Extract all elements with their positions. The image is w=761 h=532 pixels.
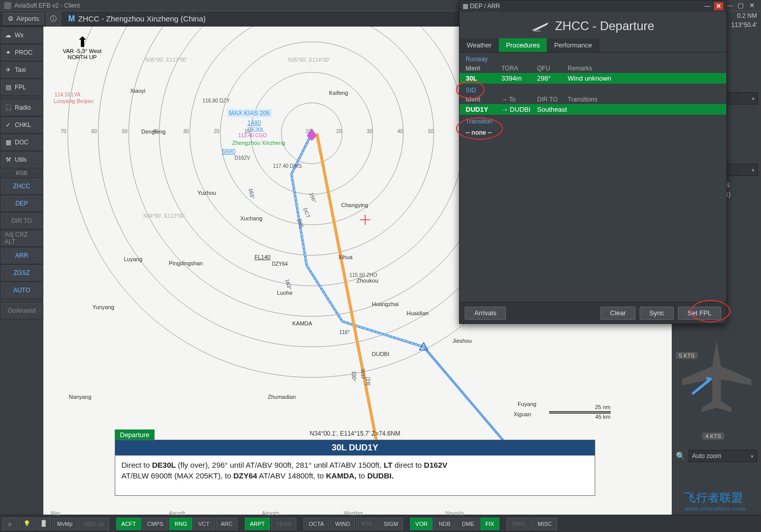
sid-dirto: Southeast (537, 106, 568, 113)
sidebar-zgsz[interactable]: ZGSZ (0, 264, 43, 282)
north-arrow-icon: ⬆ (63, 37, 102, 48)
group-navaids-label: Navaids (446, 511, 464, 516)
sidebar-radio[interactable]: 🎧Radio (0, 99, 43, 116)
sidebar-chkl[interactable]: ✓CHKL (0, 116, 43, 134)
sidebar-dirto[interactable]: DIR TO (0, 212, 43, 230)
arc-button[interactable]: ARC (216, 518, 238, 530)
modal-header-text: ZHCC - Departure (555, 19, 654, 33)
brightness-icon: ☼ (7, 521, 12, 527)
sidebar-doc[interactable]: ▦DOC (0, 134, 43, 151)
alt-6890: 6890 (222, 148, 236, 155)
autozoom-dropdown[interactable]: Auto zoom (689, 450, 757, 462)
alt-1480: 1480 (247, 119, 261, 126)
place-pingdingshan: Pingdingshan (169, 260, 203, 266)
runway-row[interactable]: 30L 3394m 298° Wind unknown (460, 73, 726, 84)
sidebar-utils[interactable]: ⚒Utils (0, 151, 43, 168)
range-ring-label: 40 (397, 129, 403, 134)
arrivals-button[interactable]: Arrivals (465, 307, 506, 320)
range-ring-label: 50 (122, 129, 128, 134)
vct-button[interactable]: VCT (193, 518, 215, 530)
chevron-down-icon (752, 95, 754, 102)
tab-procedures[interactable]: Procedures (499, 38, 547, 52)
sidebar-taxi[interactable]: ✈Taxi (0, 61, 43, 79)
scale-nm: 25 nm (549, 404, 611, 410)
info-button[interactable]: ⓘ (46, 12, 61, 26)
rng-button[interactable]: RNG (169, 518, 192, 530)
radio-icon: 🎧 (5, 104, 12, 111)
layers-button[interactable]: ▉ (37, 518, 51, 530)
misc-button[interactable]: MISC (532, 518, 557, 530)
departure-tag[interactable]: Departure (115, 429, 155, 440)
dzy-label: 116.80 DZY (202, 98, 230, 104)
sidebar-adjcrz[interactable]: Adj CRZ ALT (0, 230, 43, 247)
layers-icon: ▉ (42, 520, 46, 527)
left-sidebar: ☁Wx ✦PROC ✈Taxi ▤FPL 🎧Radio ✓CHKL ▦DOC ⚒… (0, 27, 43, 515)
wind-diagram: 5 KTS 4 KTS (672, 332, 761, 444)
svg-point-4 (159, 27, 464, 286)
place-jieshou: Jieshou (452, 338, 472, 344)
sidebar-auto[interactable]: AUTO (0, 282, 43, 299)
runway-section-label: Runway (466, 56, 488, 63)
mvmp-button[interactable]: MvMp (52, 518, 78, 530)
sidebar-goaround[interactable]: GoAround (0, 302, 43, 319)
modal-header: ZHCC - Departure (460, 12, 726, 38)
airports-button[interactable]: ⚙ Airports (3, 13, 44, 24)
sigm-button[interactable]: SIGM (378, 518, 403, 530)
infocard-header: 30L DUD1Y (115, 440, 595, 455)
place-huangzhai: Huangzhai (372, 301, 399, 307)
arpt-button[interactable]: ARPT (245, 518, 270, 530)
runway-qfu: 298° (537, 74, 568, 82)
wind-button[interactable]: WIND (330, 518, 355, 530)
rte-button[interactable]: RTE (356, 518, 377, 530)
trfc-button[interactable]: TRFC (506, 518, 531, 530)
brightness-button[interactable]: ☼ (2, 518, 17, 530)
range-ring-label: 50 (428, 129, 434, 134)
place-changying: Changying (341, 202, 368, 208)
place-yunyang: Yunyang (92, 304, 114, 310)
runway-tora: 3394m (501, 74, 537, 82)
dme-button[interactable]: DME (456, 518, 479, 530)
terr-button[interactable]: TERR (271, 518, 296, 530)
clear-button[interactable]: Clear (600, 307, 636, 320)
range-ring-label: 60 (91, 129, 97, 134)
hdgup-button[interactable]: HDG up (79, 518, 109, 530)
sync-button[interactable]: Sync (640, 307, 674, 320)
window-close[interactable]: ✕ (747, 2, 757, 10)
sid-to: → DUDBI (501, 106, 537, 113)
grid-coord-3: N34°00', E113°00' (143, 213, 185, 219)
modal-minimize[interactable]: — (703, 2, 712, 10)
cmps-button[interactable]: CMPS (142, 518, 169, 530)
vor-button[interactable]: VOR (410, 518, 433, 530)
window-maximize[interactable]: ▢ (735, 2, 746, 10)
tab-performance[interactable]: Performance (547, 38, 599, 52)
status-coord: N34°00.1', E114°15.7' Z=74.6NM (310, 430, 400, 437)
sid-row[interactable]: DUD1Y → DUDBI Southeast (460, 104, 726, 115)
north-indicator: ⬆ VAR -5.3° West NORTH UP (63, 37, 102, 60)
modal-titlebar[interactable]: ▦ DEP / ARR — ✕ (460, 1, 726, 12)
sidebar-arr[interactable]: ARR (0, 247, 43, 264)
transition-none[interactable]: -- none -- (460, 126, 726, 139)
ndb-button[interactable]: NDB (434, 518, 455, 530)
modal-title: DEP / ARR (470, 3, 500, 10)
tab-weather[interactable]: Weather (460, 38, 499, 52)
sidebar-dep[interactable]: DEP (0, 195, 43, 212)
place-xuchang: Xuchang (240, 215, 262, 221)
place-zhoukou: Zhoukou (357, 277, 378, 284)
modal-close[interactable]: ✕ (714, 2, 723, 10)
fix-button[interactable]: FIX (480, 518, 499, 530)
gear-icon: ⚙ (8, 15, 14, 22)
kamda-label: KAMDA (292, 320, 312, 326)
search-icon[interactable]: 🔍 (676, 451, 686, 461)
transition-section-label: Transition (466, 118, 492, 125)
info-icon: ⓘ (50, 14, 57, 23)
sidebar-proc[interactable]: ✦PROC (0, 44, 43, 61)
sidebar-zhcc[interactable]: ZHCC (0, 178, 43, 195)
sidebar-wx[interactable]: ☁Wx (0, 27, 43, 44)
range-ring-label: 10 (306, 129, 311, 134)
night-button[interactable]: 💡 (18, 518, 36, 530)
setfpl-button[interactable]: Set FPL (678, 307, 721, 320)
acft-button[interactable]: ACFT (116, 518, 141, 530)
octa-button[interactable]: OCTA (303, 518, 329, 530)
sidebar-fpl[interactable]: ▤FPL (0, 79, 43, 96)
sid-table-header: Ident → To DIR TO Transitions (460, 95, 726, 104)
